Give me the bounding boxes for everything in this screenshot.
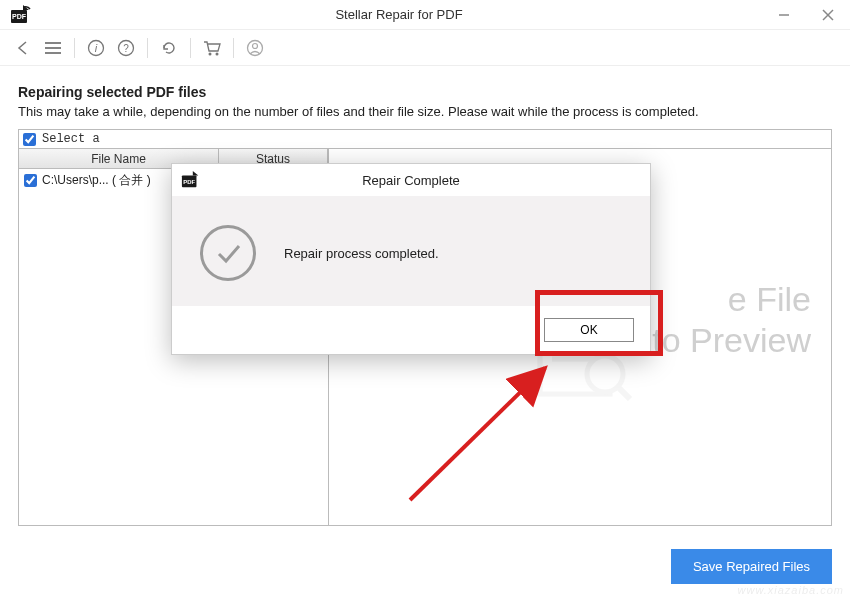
info-button[interactable]: i — [83, 35, 109, 61]
select-all-row: Select a — [18, 129, 832, 148]
page-heading: Repairing selected PDF files — [18, 84, 832, 100]
title-bar: PDF Stellar Repair for PDF — [0, 0, 850, 30]
refresh-button[interactable] — [156, 35, 182, 61]
user-button[interactable] — [242, 35, 268, 61]
menu-button[interactable] — [40, 35, 66, 61]
svg-line-21 — [617, 386, 630, 399]
svg-point-13 — [216, 52, 219, 55]
toolbar-separator — [147, 38, 148, 58]
row-checkbox[interactable] — [24, 174, 37, 187]
toolbar-separator — [74, 38, 75, 58]
svg-text:?: ? — [123, 43, 129, 54]
dialog-body: Repair process completed. — [172, 196, 650, 306]
select-all-checkbox[interactable] — [23, 133, 36, 146]
dialog-logo-icon: PDF — [180, 169, 202, 191]
select-all-label: Select a — [42, 132, 100, 146]
dialog-message: Repair process completed. — [284, 246, 439, 261]
svg-text:i: i — [95, 42, 98, 54]
footer: Save Repaired Files — [671, 549, 832, 584]
window-controls — [762, 0, 850, 30]
app-logo-icon: PDF — [6, 0, 36, 30]
dialog-footer: OK — [172, 306, 650, 354]
ok-button[interactable]: OK — [544, 318, 634, 342]
minimize-button[interactable] — [762, 0, 806, 30]
help-button[interactable]: ? — [113, 35, 139, 61]
save-repaired-files-button[interactable]: Save Repaired Files — [671, 549, 832, 584]
repair-complete-dialog: PDF Repair Complete Repair process compl… — [171, 163, 651, 355]
toolbar-separator — [233, 38, 234, 58]
toolbar: i ? — [0, 30, 850, 66]
back-button[interactable] — [10, 35, 36, 61]
svg-point-12 — [209, 52, 212, 55]
toolbar-separator — [190, 38, 191, 58]
svg-text:PDF: PDF — [183, 179, 195, 185]
dialog-title: Repair Complete — [212, 173, 610, 188]
cart-button[interactable] — [199, 35, 225, 61]
page-subheading: This may take a while, depending on the … — [18, 104, 832, 119]
close-button[interactable] — [806, 0, 850, 30]
dialog-titlebar: PDF Repair Complete — [172, 164, 650, 196]
svg-point-15 — [253, 43, 258, 48]
row-file-name: C:\Users\p... ( 合并 ) — [42, 172, 151, 189]
watermark: www.xiazaiba.com — [738, 584, 844, 596]
preview-placeholder-text: e File to Preview — [652, 279, 811, 361]
svg-text:PDF: PDF — [12, 13, 27, 20]
success-check-icon — [200, 225, 256, 281]
window-title: Stellar Repair for PDF — [36, 7, 762, 22]
